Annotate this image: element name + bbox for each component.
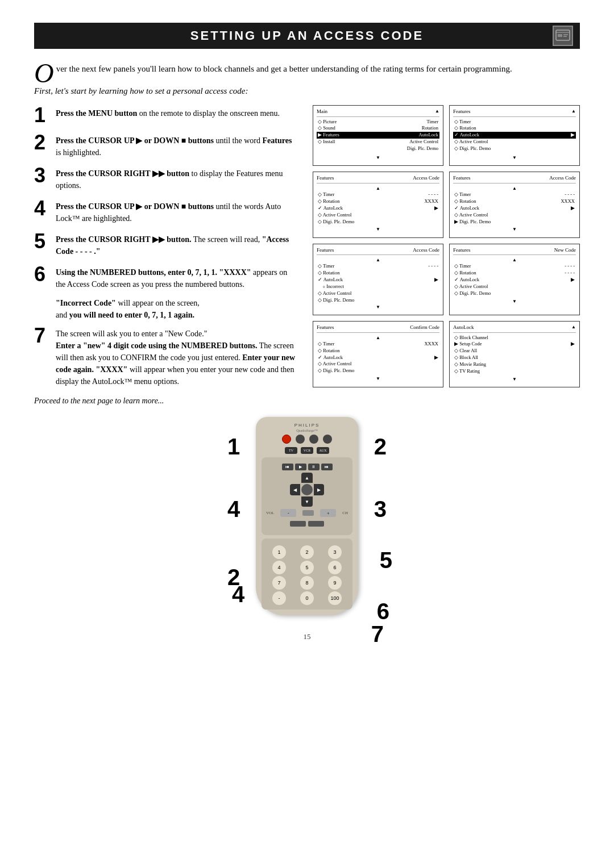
step-5-content: Press the CURSOR RIGHT ▶▶ button. The sc… <box>56 231 296 257</box>
screen-2: Features▲ ◇ Timer ◇ Rotation ✓ AutoLock▶… <box>449 105 580 166</box>
step-5: 5 Press the CURSOR RIGHT ▶▶ button. The … <box>34 231 296 257</box>
num-100-button[interactable]: 100 <box>328 591 342 605</box>
drop-cap: O <box>34 62 54 84</box>
remote-model: QuadraSurge™ <box>262 429 352 432</box>
num-7-button[interactable]: 7 <box>272 576 286 590</box>
remote: PHILIPS QuadraSurge™ TV VCR AUX ⏮ ▶ <box>256 417 358 615</box>
cursor-right-button[interactable]: ▶ <box>314 484 324 495</box>
step-1: 1 Press the MENU button on the remote to… <box>34 105 296 126</box>
vcr-button[interactable]: VCR <box>301 447 313 454</box>
callout-4-bot: 4 <box>232 582 244 607</box>
screens-grid: Main▲ ◇ PictureTimer ◇ SoundRotation ▶ F… <box>313 105 580 387</box>
step-2: 2 Press the CURSOR UP ▶ or DOWN ■ button… <box>34 132 296 158</box>
step-7: 7 The screen will ask you to enter a "Ne… <box>34 326 296 387</box>
screen-4: FeaturesAccess Code ▲ ◇ Timer- - - - ◇ R… <box>449 172 580 237</box>
vol-label: VOL <box>266 511 274 515</box>
aux-button[interactable]: AUX <box>317 447 329 454</box>
vol-ch-row: VOL - + CH <box>266 509 348 517</box>
proceed-text: Proceed to the next page to learn more..… <box>34 397 296 406</box>
svg-rect-4 <box>563 36 567 37</box>
remote-btn-3[interactable] <box>323 435 332 444</box>
surf-button[interactable] <box>290 521 306 527</box>
ch-label: CH <box>342 511 348 515</box>
screens-column: Main▲ ◇ PictureTimer ◇ SoundRotation ▶ F… <box>313 105 580 406</box>
cursor-left-button[interactable]: ◀ <box>290 484 300 495</box>
svg-rect-3 <box>563 34 568 35</box>
step-2-content: Press the CURSOR UP ▶ or DOWN ■ buttons … <box>56 132 296 158</box>
screen-7: FeaturesConfirm Code ▲ ◇ TimerXXXX ◇ Rot… <box>313 321 443 387</box>
step-6-number: 6 <box>34 264 50 285</box>
step-4-content: Press the CURSOR UP ▶ or DOWN ■ buttons … <box>56 198 296 224</box>
d-pad: ▲ ▼ ◀ ▶ <box>290 473 324 507</box>
num-1-button[interactable]: 1 <box>272 545 286 559</box>
svg-rect-2 <box>558 34 562 37</box>
num-3-button[interactable]: 3 <box>328 545 342 559</box>
sleep-button[interactable] <box>308 521 324 527</box>
step-1-number: 1 <box>34 105 50 126</box>
cursor-up-button[interactable]: ▲ <box>301 473 313 483</box>
screen-5: FeaturesAccess Code ▲ ◇ Timer- - - - ◇ R… <box>313 244 443 315</box>
screen-6: FeaturesNew Code ▲ ◇ Timer- - - - ◇ Rota… <box>449 244 580 315</box>
remote-brand: PHILIPS <box>262 423 352 428</box>
callout-6: 6 <box>377 599 389 624</box>
step-3-content: Press the CURSOR RIGHT ▶▶ button to disp… <box>56 165 296 191</box>
step-1-content: Press the MENU button on the remote to d… <box>56 105 280 119</box>
rewind-button[interactable]: ⏮ <box>282 464 293 470</box>
step-6-content: Using the NUMBERED buttons, enter 0, 7, … <box>56 264 296 290</box>
page-number: 15 <box>34 632 580 641</box>
num-4-button[interactable]: 4 <box>272 561 286 574</box>
remote-btn-1[interactable] <box>296 435 305 444</box>
steps-column: 1 Press the MENU button on the remote to… <box>34 105 296 406</box>
inline-note: "Incorrect Code" will appear on the scre… <box>56 297 296 321</box>
step-3-number: 3 <box>34 165 50 186</box>
vol-up-button[interactable]: + <box>320 509 336 517</box>
num-8-button[interactable]: 8 <box>300 576 314 590</box>
screen-3: FeaturesAccess Code ▲ ◇ Timer- - - - ◇ R… <box>313 172 443 237</box>
step-6: 6 Using the NUMBERED buttons, enter 0, 7… <box>34 264 296 290</box>
pause-button[interactable]: ⏸ <box>308 464 320 470</box>
callout-4-left: 4 <box>227 496 240 522</box>
play-button[interactable]: ▶ <box>295 464 306 470</box>
power-button[interactable] <box>282 435 291 444</box>
num-0-button[interactable]: 0 <box>300 591 314 605</box>
num-2-button[interactable]: 2 <box>300 545 314 559</box>
step-7-content: The screen will ask you to enter a "New … <box>56 326 296 387</box>
callout-2: 2 <box>374 434 387 460</box>
step-7-number: 7 <box>34 326 50 346</box>
remote-btn-2[interactable] <box>309 435 318 444</box>
callout-3: 3 <box>374 496 387 522</box>
num-5-button[interactable]: 5 <box>300 561 314 574</box>
step-4: 4 Press the CURSOR UP ▶ or DOWN ■ button… <box>34 198 296 224</box>
tv-button[interactable]: TV <box>285 447 297 454</box>
screen-8: AutoLock▲ ◇ Block Channel ▶ Setup Code▶ … <box>449 321 580 387</box>
callout-7: 7 <box>371 621 384 647</box>
page-title: Setting Up an Access Code <box>190 28 424 43</box>
screen-1: Main▲ ◇ PictureTimer ◇ SoundRotation ▶ F… <box>313 105 443 166</box>
callout-5: 5 <box>380 548 392 573</box>
callout-1: 1 <box>227 434 240 460</box>
main-content: 1 Press the MENU button on the remote to… <box>34 105 580 406</box>
num-minus-button[interactable]: - <box>272 591 286 605</box>
num-9-button[interactable]: 9 <box>328 576 342 590</box>
step-4-number: 4 <box>34 198 50 219</box>
page-title-bar: Setting Up an Access Code <box>34 23 580 49</box>
step-5-number: 5 <box>34 231 50 252</box>
cursor-down-button[interactable]: ▼ <box>301 496 313 507</box>
step-3: 3 Press the CURSOR RIGHT ▶▶ button to di… <box>34 165 296 191</box>
intro-text-main: ver the next few panels you'll learn how… <box>56 64 512 73</box>
mute-button[interactable] <box>302 510 314 516</box>
d-pad-center <box>301 484 313 495</box>
num-6-button[interactable]: 6 <box>328 561 342 574</box>
ffwd-button[interactable]: ⏭ <box>321 464 333 470</box>
title-icon <box>553 26 573 46</box>
transport-row-top: ⏮ ▶ ⏸ ⏭ <box>266 464 348 470</box>
step-2-number: 2 <box>34 132 50 153</box>
remote-illustration: 1 2 4 3 5 2 4 6 7 PHILIPS QuadraSurge™ T… <box>34 417 580 615</box>
vol-down-button[interactable]: - <box>280 509 296 517</box>
number-grid: 1 2 3 4 5 6 7 8 9 - 0 100 <box>266 545 348 605</box>
intro-paragraph: O ver the next few panels you'll learn h… <box>34 62 580 76</box>
intro-subtitle: First, let's start by learning how to se… <box>34 85 580 98</box>
